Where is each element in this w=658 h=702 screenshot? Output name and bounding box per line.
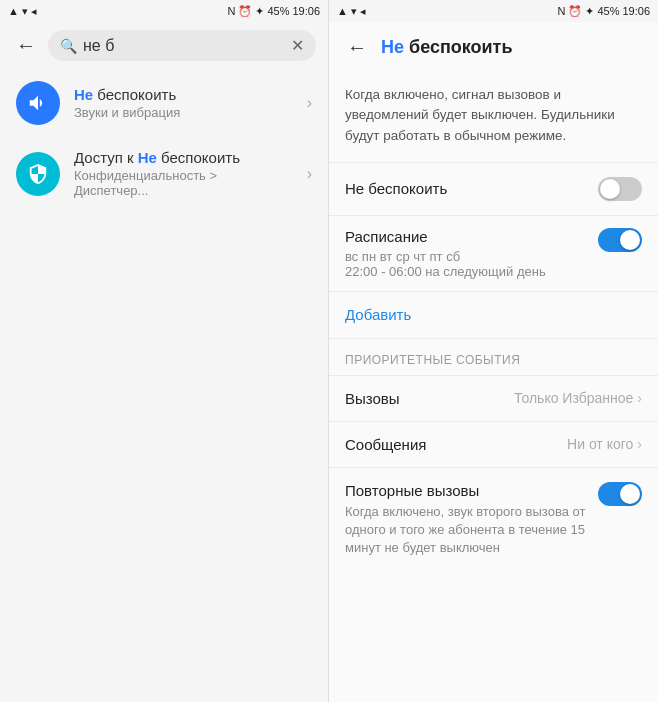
result-text-2: Доступ к Не беспокоить Конфиденциальност… (74, 149, 293, 198)
wifi-icon: ▾ (22, 5, 28, 18)
toggle-knob-repeat (620, 484, 640, 504)
repeat-calls-block: Повторные вызовы Когда включено, звук вт… (329, 467, 658, 572)
schedule-toggle[interactable] (598, 228, 642, 252)
result-title-1: Не беспокоить (74, 86, 293, 103)
right-panel: ▲ ▾ ◂ N ⏰ ✦ 45% 19:06 ← Не беспокоить Ко… (329, 0, 658, 702)
do-not-disturb-row: Не беспокоить (329, 162, 658, 215)
description-text: Когда включено, сигнал вызовов и уведомл… (329, 73, 658, 162)
repeat-calls-description: Когда включено, звук второго вызова от о… (345, 503, 586, 558)
section-header-priority: ПРИОРИТЕТНЫЕ СОБЫТИЯ (329, 338, 658, 375)
status-icons-left: ▲ ▾ ◂ (8, 5, 37, 18)
result-item-2[interactable]: Доступ к Не беспокоить Конфиденциальност… (0, 137, 328, 210)
battery-right: 45% (597, 5, 619, 17)
nfc-icon: N (227, 5, 235, 17)
signal-icon: ▲ (8, 5, 19, 17)
chevron-icon-1: › (307, 94, 312, 112)
messages-row[interactable]: Сообщения Ни от кого › (329, 421, 658, 467)
add-button-row: Добавить (329, 291, 658, 338)
page-title: Не беспокоить (381, 37, 513, 58)
add-button[interactable]: Добавить (345, 306, 411, 323)
result-subtitle-1: Звуки и вибрация (74, 105, 293, 120)
status-bar-left: ▲ ▾ ◂ N ⏰ ✦ 45% 19:06 (0, 0, 328, 22)
do-not-disturb-toggle[interactable] (598, 177, 642, 201)
wifi-icon-r: ▾ (351, 5, 357, 18)
schedule-label: Расписание (345, 228, 598, 245)
toggle-knob-schedule (620, 230, 640, 250)
search-results: Не беспокоить Звуки и вибрация › Доступ … (0, 69, 328, 702)
nfc-icon-r: N (557, 5, 565, 17)
left-panel: ▲ ▾ ◂ N ⏰ ✦ 45% 19:06 ← 🔍 ✕ (0, 0, 329, 702)
result-title-2: Доступ к Не беспокоить (74, 149, 293, 166)
result-item-1[interactable]: Не беспокоить Звуки и вибрация › (0, 69, 328, 137)
schedule-time: 22:00 - 06:00 на следующий день (345, 264, 598, 279)
back-button-left[interactable]: ← (12, 30, 40, 61)
result-icon-1 (16, 81, 60, 125)
repeat-calls-toggle[interactable] (598, 482, 642, 506)
result-text-1: Не беспокоить Звуки и вибрация (74, 86, 293, 120)
result-icon-2 (16, 152, 60, 196)
right-header: ← Не беспокоить (329, 22, 658, 73)
status-icons-right: N ⏰ ✦ 45% 19:06 (227, 5, 320, 18)
calls-row[interactable]: Вызовы Только Избранное › (329, 375, 658, 421)
do-not-disturb-label: Не беспокоить (345, 180, 447, 197)
back-button-right[interactable]: ← (343, 32, 371, 63)
messages-value: Ни от кого › (567, 436, 642, 452)
result-subtitle-2: Конфиденциальность > Диспетчер... (74, 168, 293, 198)
battery-left: 45% (267, 5, 289, 17)
arrow-icon-r: ◂ (360, 5, 366, 18)
repeat-calls-label: Повторные вызовы (345, 482, 586, 499)
toggle-knob-dnd (600, 179, 620, 199)
clear-button[interactable]: ✕ (291, 36, 304, 55)
schedule-days: вс пн вт ср чт пт сб (345, 249, 598, 264)
arrow-icon: ◂ (31, 5, 37, 18)
repeat-calls-info: Повторные вызовы Когда включено, звук вт… (345, 482, 598, 558)
messages-chevron: › (637, 436, 642, 452)
speaker-icon (27, 92, 49, 114)
calls-chevron: › (637, 390, 642, 406)
calls-value: Только Избранное › (514, 390, 642, 406)
search-input[interactable] (83, 37, 285, 55)
search-icon: 🔍 (60, 38, 77, 54)
alarm-icon-r: ⏰ (568, 5, 582, 18)
schedule-info: Расписание вс пн вт ср чт пт сб 22:00 - … (345, 228, 598, 279)
status-icons-right-right: N ⏰ ✦ 45% 19:06 (557, 5, 650, 18)
search-bar: ← 🔍 ✕ (0, 22, 328, 69)
messages-label: Сообщения (345, 436, 426, 453)
time-right: 19:06 (622, 5, 650, 17)
bluetooth-icon-r: ✦ (585, 5, 594, 18)
chevron-icon-2: › (307, 165, 312, 183)
alarm-icon: ⏰ (238, 5, 252, 18)
bluetooth-icon: ✦ (255, 5, 264, 18)
status-icons-right-left: ▲ ▾ ◂ (337, 5, 366, 18)
signal-icon-r: ▲ (337, 5, 348, 17)
shield-icon (27, 163, 49, 185)
time-left: 19:06 (292, 5, 320, 17)
calls-label: Вызовы (345, 390, 400, 407)
search-input-wrap: 🔍 ✕ (48, 30, 316, 61)
status-bar-right: ▲ ▾ ◂ N ⏰ ✦ 45% 19:06 (329, 0, 658, 22)
schedule-block: Расписание вс пн вт ср чт пт сб 22:00 - … (329, 215, 658, 291)
